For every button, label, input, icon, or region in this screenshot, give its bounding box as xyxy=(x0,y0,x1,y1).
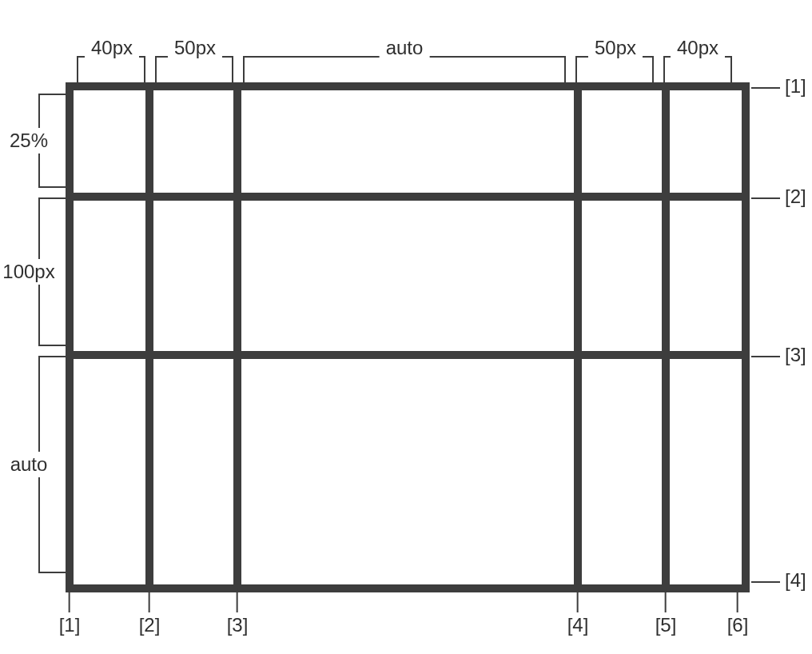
row-line-label-4: [4] xyxy=(785,569,806,591)
col-line-tag-2: [2] xyxy=(139,588,161,635)
row-line-label-2: [2] xyxy=(785,185,806,207)
col-size-1: 40px xyxy=(85,38,139,58)
col-line-tag-5: [5] xyxy=(655,588,677,635)
col-line-4 xyxy=(574,90,582,584)
col-line-tag-3: [3] xyxy=(227,588,249,635)
col-size-5: 40px xyxy=(671,38,725,58)
col-size-3: auto xyxy=(380,38,430,58)
row-line-tag-1: [1] xyxy=(751,77,806,96)
col-line-label-3: [3] xyxy=(227,614,249,636)
col-line-label-2: [2] xyxy=(139,614,161,636)
col-line-5 xyxy=(662,90,670,584)
col-bracket-5 xyxy=(663,56,732,82)
col-line-label-5: [5] xyxy=(655,614,677,636)
col-bracket-3 xyxy=(243,56,566,82)
grid-diagram: 40px 50px auto 50px 40px 25% 100px auto … xyxy=(0,0,812,654)
col-bracket-1 xyxy=(77,56,145,82)
row-line-tag-4: [4] xyxy=(751,571,806,590)
col-line-label-1: [1] xyxy=(59,614,81,636)
col-line-tag-6: [6] xyxy=(727,588,749,635)
row-line-tag-3: [3] xyxy=(751,345,806,365)
col-line-tag-1: [1] xyxy=(59,588,81,635)
row-size-3: auto xyxy=(0,452,58,477)
row-line-label-1: [1] xyxy=(785,75,806,97)
col-line-label-4: [4] xyxy=(567,614,589,636)
col-line-tag-4: [4] xyxy=(567,588,589,635)
grid-frame xyxy=(66,82,750,592)
row-size-2: 100px xyxy=(0,259,58,285)
col-line-label-6: [6] xyxy=(727,614,749,636)
row-line-label-3: [3] xyxy=(785,344,806,365)
row-line-2 xyxy=(74,193,742,201)
row-size-1: 25% xyxy=(0,128,58,154)
row-line-tag-2: [2] xyxy=(751,187,806,206)
col-bracket-4 xyxy=(575,56,654,82)
col-size-4: 50px xyxy=(588,38,643,58)
col-size-2: 50px xyxy=(168,38,222,58)
row-line-3 xyxy=(74,351,742,359)
col-bracket-2 xyxy=(155,56,233,82)
col-line-3 xyxy=(233,90,241,584)
col-line-2 xyxy=(145,90,153,584)
